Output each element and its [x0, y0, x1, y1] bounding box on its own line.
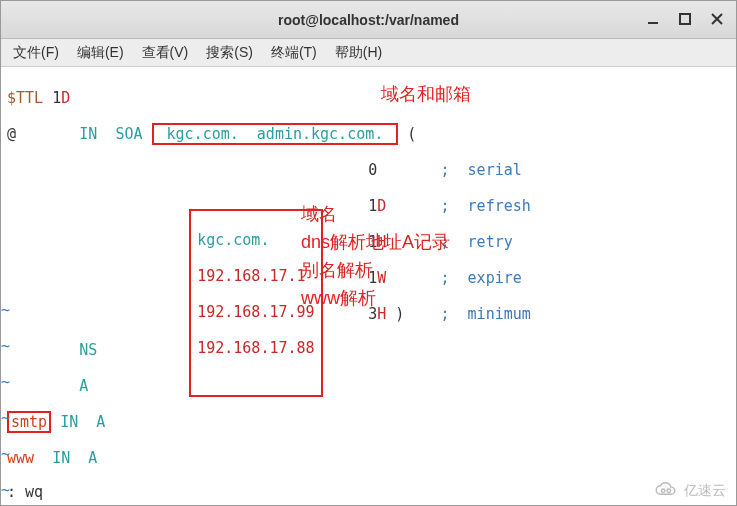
- ttl-num: 1: [52, 89, 61, 107]
- c-min: ; minimum: [440, 305, 530, 323]
- vim-command-line[interactable]: : wq: [7, 483, 43, 501]
- values-box: kgc.com. 192.168.17.1 192.168.17.99 192.…: [141, 191, 323, 415]
- ns: NS: [79, 341, 97, 359]
- in-2: IN: [60, 413, 78, 431]
- window-controls: [638, 5, 732, 33]
- vim-tilde: ~: [1, 337, 37, 355]
- maximize-button[interactable]: [670, 5, 700, 33]
- annot-alias: 别名解析: [301, 261, 373, 279]
- close-button[interactable]: [702, 5, 732, 33]
- menu-file[interactable]: 文件(F): [5, 42, 67, 64]
- menu-search[interactable]: 搜索(S): [198, 42, 261, 64]
- paren-open: (: [407, 125, 416, 143]
- ns-val: kgc.com.: [197, 231, 269, 249]
- annot-www: www解析: [301, 289, 376, 307]
- menubar: 文件(F) 编辑(E) 查看(V) 搜索(S) 终端(T) 帮助(H): [1, 39, 736, 67]
- a-1: A: [79, 377, 88, 395]
- c-expire: ; expire: [440, 269, 521, 287]
- min-u: H: [377, 305, 386, 323]
- menu-terminal[interactable]: 终端(T): [263, 42, 325, 64]
- vim-tilde: ~: [1, 373, 37, 391]
- annot-dns-a: dns解析地址A记录: [301, 233, 450, 251]
- serial-n: 0: [368, 161, 377, 179]
- cloud-icon: [652, 481, 680, 499]
- vim-tilde: ~: [1, 301, 37, 319]
- soa-domain-box: kgc.com. admin.kgc.com.: [152, 123, 399, 145]
- ip1: 192.168.17.1: [197, 267, 305, 285]
- menu-view[interactable]: 查看(V): [134, 42, 197, 64]
- watermark-text: 亿速云: [684, 481, 726, 499]
- ip2: 192.168.17.99: [197, 303, 314, 321]
- minimize-button[interactable]: [638, 5, 668, 33]
- menu-edit[interactable]: 编辑(E): [69, 42, 132, 64]
- c-refresh: ; refresh: [440, 197, 530, 215]
- window-title: root@localhost:/var/named: [278, 12, 459, 28]
- ttl-unit: D: [61, 89, 70, 107]
- soa-admin: admin.kgc.com.: [257, 125, 383, 143]
- in-1: IN: [79, 125, 97, 143]
- soa-domain: kgc.com.: [167, 125, 239, 143]
- a-3: A: [88, 449, 97, 467]
- c-retry: ; retry: [440, 233, 512, 251]
- a-2: A: [96, 413, 105, 431]
- paren-close: ): [395, 305, 404, 323]
- vim-empty-lines: ~ ~ ~ ~ ~ ~ ~ ~ ~ ~: [1, 283, 37, 505]
- vim-tilde: ~: [1, 445, 37, 463]
- in-3: IN: [52, 449, 70, 467]
- annot-domain: 域名: [301, 205, 337, 223]
- titlebar: root@localhost:/var/named: [1, 1, 736, 39]
- svg-rect-0: [648, 22, 658, 24]
- origin: @: [7, 125, 16, 143]
- ip3: 192.168.17.88: [197, 339, 314, 357]
- annot-domain-email: 域名和邮箱: [381, 85, 471, 103]
- terminal-window: root@localhost:/var/named 文件(F) 编辑(E) 查看…: [0, 0, 737, 506]
- c-serial: ; serial: [440, 161, 521, 179]
- soa: SOA: [115, 125, 142, 143]
- refresh-n: 1: [368, 197, 377, 215]
- svg-rect-1: [680, 14, 690, 24]
- menu-help[interactable]: 帮助(H): [327, 42, 390, 64]
- refresh-u: D: [377, 197, 386, 215]
- vim-tilde: ~: [1, 409, 37, 427]
- ttl-keyword: $TTL: [7, 89, 43, 107]
- watermark: 亿速云: [652, 481, 726, 499]
- terminal-area[interactable]: $TTL 1D @ IN SOA kgc.com. admin.kgc.com.…: [1, 67, 736, 505]
- svg-point-5: [667, 489, 671, 493]
- expire-u: W: [377, 269, 386, 287]
- svg-point-4: [661, 489, 665, 493]
